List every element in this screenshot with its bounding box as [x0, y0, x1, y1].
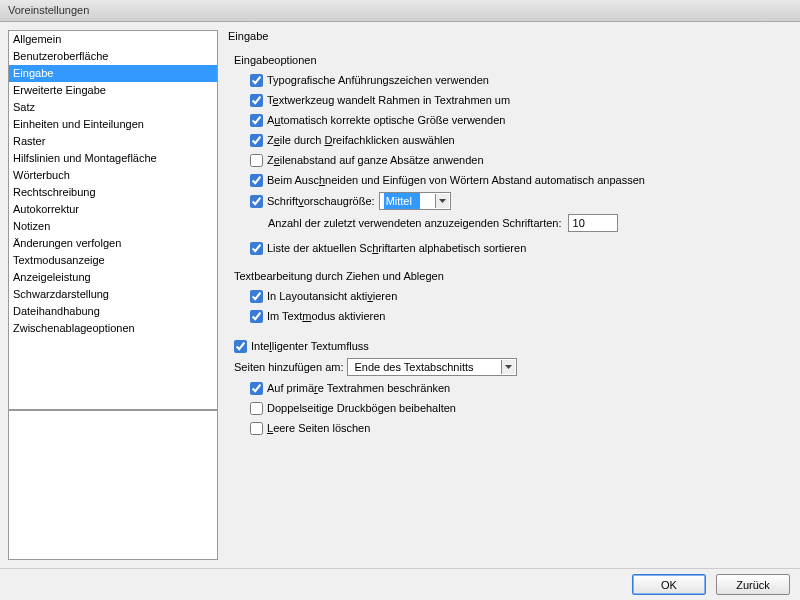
label-recent-fonts: Anzahl der zuletzt verwendeten anzuzeige…: [268, 217, 562, 229]
group-smart-reflow: Intelligenter Textumfluss Seiten hinzufü…: [228, 338, 788, 436]
input-recent-fonts[interactable]: [568, 214, 618, 232]
back-button[interactable]: Zurück: [716, 574, 790, 595]
checkbox-typographic-quotes[interactable]: [250, 74, 263, 87]
checkbox-auto-optical-size[interactable]: [250, 114, 263, 127]
checkbox-adjust-spacing[interactable]: [250, 174, 263, 187]
label-triple-click[interactable]: Zeile durch Dreifachklicken auswählen: [267, 132, 455, 148]
sidebar-item-notizen[interactable]: Notizen: [9, 218, 217, 235]
group-title-drag-drop: Textbearbeitung durch Ziehen und Ablegen: [234, 270, 788, 282]
sidebar-item-anzeigeleistung[interactable]: Anzeigeleistung: [9, 269, 217, 286]
checkbox-smart-reflow[interactable]: [234, 340, 247, 353]
sidebar-item-dateihandhabung[interactable]: Dateihandhabung: [9, 303, 217, 320]
sidebar-item-einheiten-und-einteilungen[interactable]: Einheiten und Einteilungen: [9, 116, 217, 133]
select-add-pages[interactable]: Ende des Textabschnitts: [347, 358, 517, 376]
label-adjust-spacing[interactable]: Beim Auschneiden und Einfügen von Wörter…: [267, 172, 645, 188]
group-input-options: Eingabeoptionen Typografische Anführungs…: [228, 54, 788, 256]
sidebar: AllgemeinBenutzeroberflächeEingabeErweit…: [8, 30, 218, 560]
label-font-preview[interactable]: Schriftvorschaugröße:: [267, 193, 375, 209]
label-typographic-quotes[interactable]: Typografische Anführungszeichen verwende…: [267, 72, 489, 88]
checkbox-delete-empty[interactable]: [250, 422, 263, 435]
checkbox-preserve-spreads[interactable]: [250, 402, 263, 415]
checkbox-primary-frames[interactable]: [250, 382, 263, 395]
sidebar-item-hilfslinien-und-montagefl-che[interactable]: Hilfslinien und Montagefläche: [9, 150, 217, 167]
window-title: Voreinstellungen: [0, 0, 800, 22]
chevron-down-icon: [501, 360, 515, 374]
sidebar-item-schwarzdarstellung[interactable]: Schwarzdarstellung: [9, 286, 217, 303]
label-delete-empty[interactable]: Leere Seiten löschen: [267, 420, 370, 436]
select-value: Mittel: [384, 193, 420, 209]
checkbox-font-preview[interactable]: [250, 195, 263, 208]
label-text-tool-frame[interactable]: Textwerkzeug wandelt Rahmen in Textrahme…: [267, 92, 510, 108]
checkbox-text-tool-frame[interactable]: [250, 94, 263, 107]
sidebar-item-allgemein[interactable]: Allgemein: [9, 31, 217, 48]
checkbox-layout-view[interactable]: [250, 290, 263, 303]
group-drag-drop: Textbearbeitung durch Ziehen und Ablegen…: [228, 270, 788, 324]
sidebar-item-satz[interactable]: Satz: [9, 99, 217, 116]
sidebar-item-rechtschreibung[interactable]: Rechtschreibung: [9, 184, 217, 201]
sidebar-item-autokorrektur[interactable]: Autokorrektur: [9, 201, 217, 218]
checkbox-alpha-sort-fonts[interactable]: [250, 242, 263, 255]
category-list[interactable]: AllgemeinBenutzeroberflächeEingabeErweit…: [8, 30, 218, 410]
label-leading-whole-para[interactable]: Zeilenabstand auf ganze Absätze anwenden: [267, 152, 484, 168]
sidebar-extra-box: [8, 410, 218, 560]
select-value: Ende des Textabschnitts: [352, 359, 481, 375]
label-preserve-spreads[interactable]: Doppelseitige Druckbögen beibehalten: [267, 400, 456, 416]
label-add-pages: Seiten hinzufügen am:: [234, 359, 343, 375]
chevron-down-icon: [435, 194, 449, 208]
panel-title: Eingabe: [228, 30, 788, 42]
sidebar-item-w-rterbuch[interactable]: Wörterbuch: [9, 167, 217, 184]
label-smart-reflow[interactable]: Intelligenter Textumfluss: [251, 338, 369, 354]
label-primary-frames[interactable]: Auf primäre Textrahmen beschränken: [267, 380, 450, 396]
checkbox-leading-whole-para[interactable]: [250, 154, 263, 167]
button-bar: OK Zurück: [0, 568, 800, 600]
sidebar-item-benutzeroberfl-che[interactable]: Benutzeroberfläche: [9, 48, 217, 65]
main-panel: Eingabe Eingabeoptionen Typografische An…: [224, 30, 792, 560]
sidebar-item-erweiterte-eingabe[interactable]: Erweiterte Eingabe: [9, 82, 217, 99]
preferences-window: Voreinstellungen AllgemeinBenutzeroberfl…: [0, 0, 800, 600]
content-area: AllgemeinBenutzeroberflächeEingabeErweit…: [0, 22, 800, 568]
checkbox-text-mode[interactable]: [250, 310, 263, 323]
group-title-input-options: Eingabeoptionen: [234, 54, 788, 66]
sidebar-item-textmodusanzeige[interactable]: Textmodusanzeige: [9, 252, 217, 269]
sidebar-item-eingabe[interactable]: Eingabe: [9, 65, 217, 82]
label-auto-optical-size[interactable]: Automatisch korrekte optische Größe verw…: [267, 112, 505, 128]
label-alpha-sort-fonts[interactable]: Liste der aktuellen Schriftarten alphabe…: [267, 240, 526, 256]
ok-button[interactable]: OK: [632, 574, 706, 595]
label-layout-view[interactable]: In Layoutansicht aktivieren: [267, 288, 397, 304]
select-font-preview-size[interactable]: Mittel: [379, 192, 451, 210]
sidebar-item--nderungen-verfolgen[interactable]: Änderungen verfolgen: [9, 235, 217, 252]
sidebar-item-zwischenablageoptionen[interactable]: Zwischenablageoptionen: [9, 320, 217, 337]
sidebar-item-raster[interactable]: Raster: [9, 133, 217, 150]
label-text-mode[interactable]: Im Textmodus aktivieren: [267, 308, 385, 324]
checkbox-triple-click[interactable]: [250, 134, 263, 147]
